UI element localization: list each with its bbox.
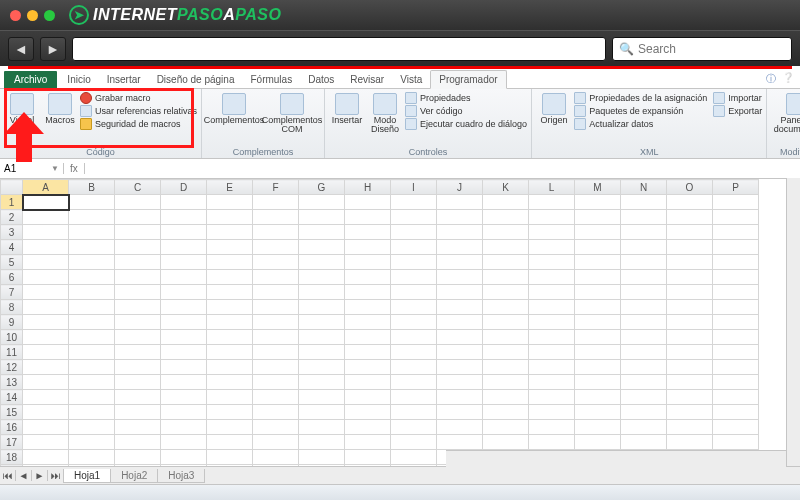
cell[interactable] bbox=[23, 390, 69, 405]
cell[interactable] bbox=[529, 420, 575, 435]
cell[interactable] bbox=[161, 345, 207, 360]
cell[interactable] bbox=[69, 375, 115, 390]
cell[interactable] bbox=[713, 360, 759, 375]
row-header[interactable]: 18 bbox=[1, 450, 23, 465]
cell[interactable] bbox=[207, 270, 253, 285]
cell[interactable] bbox=[207, 360, 253, 375]
cell[interactable] bbox=[391, 315, 437, 330]
cell[interactable] bbox=[575, 255, 621, 270]
cell[interactable] bbox=[69, 345, 115, 360]
paquetes-expansion-button[interactable]: Paquetes de expansión bbox=[574, 105, 707, 117]
cell[interactable] bbox=[345, 420, 391, 435]
row-header[interactable]: 1 bbox=[1, 195, 23, 210]
cell[interactable] bbox=[69, 420, 115, 435]
cell[interactable] bbox=[253, 255, 299, 270]
cell[interactable] bbox=[529, 270, 575, 285]
cell[interactable] bbox=[161, 315, 207, 330]
cell[interactable] bbox=[437, 225, 483, 240]
url-input[interactable] bbox=[72, 37, 606, 61]
macros-button[interactable]: Macros bbox=[42, 91, 78, 146]
seguridad-macros-button[interactable]: Seguridad de macros bbox=[80, 118, 197, 130]
cell[interactable] bbox=[667, 270, 713, 285]
back-button[interactable]: ◄ bbox=[8, 37, 34, 61]
cell[interactable] bbox=[391, 360, 437, 375]
cell[interactable] bbox=[667, 300, 713, 315]
cell[interactable] bbox=[207, 210, 253, 225]
cell[interactable] bbox=[299, 390, 345, 405]
tab-vista[interactable]: Vista bbox=[392, 71, 430, 88]
cell[interactable] bbox=[391, 210, 437, 225]
ejecutar-dialogo-button[interactable]: Ejecutar cuadro de diálogo bbox=[405, 118, 527, 130]
column-header[interactable]: L bbox=[529, 180, 575, 195]
cell[interactable] bbox=[299, 255, 345, 270]
cell[interactable] bbox=[621, 390, 667, 405]
row-header[interactable]: 8 bbox=[1, 300, 23, 315]
cell[interactable] bbox=[23, 330, 69, 345]
cell[interactable] bbox=[23, 255, 69, 270]
cell[interactable] bbox=[69, 360, 115, 375]
row-header[interactable]: 14 bbox=[1, 390, 23, 405]
cell[interactable] bbox=[391, 225, 437, 240]
sheet-nav-last-icon[interactable]: ⏭ bbox=[48, 470, 64, 481]
cell[interactable] bbox=[667, 315, 713, 330]
tab-inicio[interactable]: Inicio bbox=[59, 71, 98, 88]
cell[interactable] bbox=[621, 330, 667, 345]
cell[interactable] bbox=[437, 255, 483, 270]
cell[interactable] bbox=[253, 300, 299, 315]
cell[interactable] bbox=[115, 210, 161, 225]
cell[interactable] bbox=[529, 240, 575, 255]
window-close-icon[interactable] bbox=[10, 10, 21, 21]
cell[interactable] bbox=[713, 300, 759, 315]
column-header[interactable]: B bbox=[69, 180, 115, 195]
cell[interactable] bbox=[621, 375, 667, 390]
cell[interactable] bbox=[299, 210, 345, 225]
cell[interactable] bbox=[115, 435, 161, 450]
cell[interactable] bbox=[115, 300, 161, 315]
cell[interactable] bbox=[667, 225, 713, 240]
spreadsheet-grid[interactable]: ABCDEFGHIJKLMNOP123456789101112131415161… bbox=[0, 179, 800, 479]
cell[interactable] bbox=[483, 360, 529, 375]
cell[interactable] bbox=[391, 300, 437, 315]
cell[interactable] bbox=[667, 285, 713, 300]
cell[interactable] bbox=[713, 405, 759, 420]
cell[interactable] bbox=[345, 315, 391, 330]
cell[interactable] bbox=[207, 240, 253, 255]
cell[interactable] bbox=[299, 435, 345, 450]
cell[interactable] bbox=[161, 285, 207, 300]
cell[interactable] bbox=[161, 240, 207, 255]
cell[interactable] bbox=[23, 285, 69, 300]
cell[interactable] bbox=[391, 375, 437, 390]
xml-propiedades-button[interactable]: Propiedades de la asignación bbox=[574, 92, 707, 104]
cell[interactable] bbox=[667, 210, 713, 225]
cell[interactable] bbox=[207, 375, 253, 390]
cell[interactable] bbox=[621, 420, 667, 435]
column-header[interactable]: O bbox=[667, 180, 713, 195]
cell[interactable] bbox=[69, 195, 115, 210]
cell[interactable] bbox=[161, 390, 207, 405]
row-header[interactable]: 6 bbox=[1, 270, 23, 285]
cell[interactable] bbox=[345, 240, 391, 255]
cell[interactable] bbox=[483, 390, 529, 405]
cell[interactable] bbox=[115, 345, 161, 360]
cell[interactable] bbox=[621, 360, 667, 375]
panel-documentos-button[interactable]: Panel de documentos bbox=[771, 91, 800, 146]
cell[interactable] bbox=[253, 420, 299, 435]
cell[interactable] bbox=[713, 285, 759, 300]
cell[interactable] bbox=[299, 360, 345, 375]
cell[interactable] bbox=[253, 240, 299, 255]
tab-formulas[interactable]: Fórmulas bbox=[242, 71, 300, 88]
cell[interactable] bbox=[713, 330, 759, 345]
horizontal-scrollbar[interactable] bbox=[446, 450, 786, 468]
row-header[interactable]: 7 bbox=[1, 285, 23, 300]
cell[interactable] bbox=[161, 405, 207, 420]
cell[interactable] bbox=[345, 225, 391, 240]
row-header[interactable]: 3 bbox=[1, 225, 23, 240]
select-all-cell[interactable] bbox=[1, 180, 23, 195]
cell[interactable] bbox=[253, 195, 299, 210]
cell[interactable] bbox=[207, 420, 253, 435]
cell[interactable] bbox=[483, 345, 529, 360]
row-header[interactable]: 11 bbox=[1, 345, 23, 360]
sheet-nav-next-icon[interactable]: ► bbox=[32, 470, 48, 481]
cell[interactable] bbox=[667, 240, 713, 255]
cell[interactable] bbox=[23, 360, 69, 375]
